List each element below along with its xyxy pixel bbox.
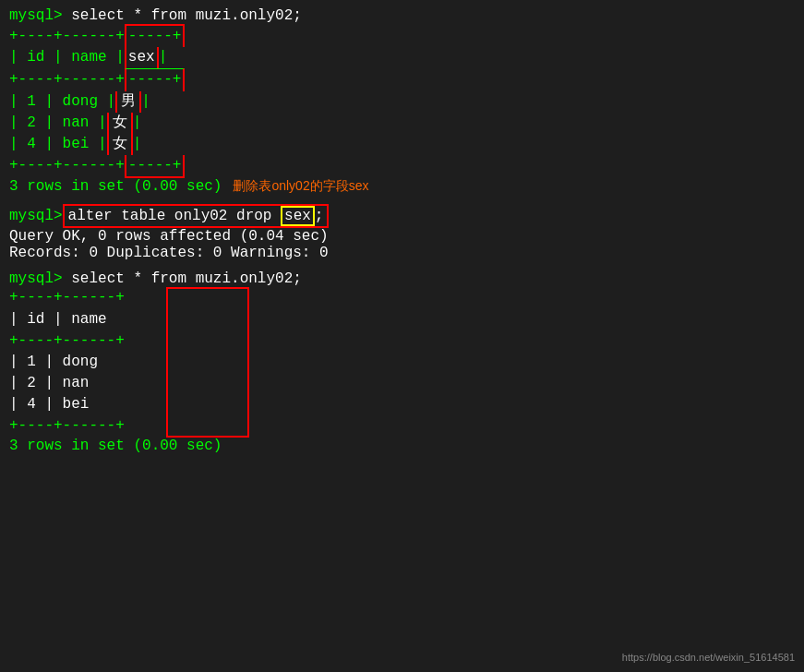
query-line-1: mysql> select * from muzi.only02; [9, 7, 795, 24]
table2-sep2: +----+------+ [9, 330, 125, 352]
result-line-2: 3 rows in set (0.00 sec) [9, 438, 795, 454]
query-line-2: mysql> alter table only02 drop sex; [9, 204, 795, 228]
table2-header: | id | name [9, 309, 125, 330]
table1-sep1: +----+------+-----+ [9, 24, 795, 47]
table2-sep3: +----+------+ [9, 415, 125, 437]
table2-row1: | 1 | dong [9, 352, 125, 373]
sex-sep-bot: -----+ [125, 155, 186, 178]
annotation-text: 删除表only02的字段sex [233, 178, 368, 195]
red-overlay-box [166, 287, 249, 437]
sex-cell-1: 男 [115, 91, 141, 113]
query-rest-1: muzi.only02; [186, 7, 302, 24]
sex-sep-top: -----+ [125, 24, 186, 47]
sex-sep-mid: -----+ [125, 68, 186, 90]
sex-cell-3: 女 [107, 134, 133, 155]
table1-sep2: +----+------+-----+ [9, 68, 795, 90]
result-text-1: 3 rows in set (0.00 sec) [9, 178, 222, 195]
alter-cmd: alter table only02 drop sex; [63, 204, 330, 228]
table1-sep3: +----+------+-----+ [9, 155, 795, 178]
query-line-3: mysql> select * from muzi.only02; [9, 270, 795, 287]
watermark: https://blog.csdn.net/weixin_51614581 [622, 652, 795, 663]
table1: +----+------+-----+ | id | name | sex | … [9, 24, 795, 178]
sex-cell-2: 女 [107, 113, 133, 134]
prompt-1: mysql> [9, 7, 71, 24]
table1-header: | id | name | sex | [9, 47, 795, 68]
table1-row1: | 1 | dong | 男 | [9, 91, 795, 113]
table2-sep1: +----+------+ [9, 287, 125, 308]
terminal-container: mysql> select * from muzi.only02; +----+… [9, 7, 795, 454]
prompt-3: mysql> [9, 270, 71, 287]
table2: +----+------+ | id | name +----+------+ … [9, 287, 125, 437]
result-line-1: 3 rows in set (0.00 sec) 删除表only02的字段sex [9, 178, 795, 195]
query2-result2: Records: 0 Duplicates: 0 Warnings: 0 [9, 245, 795, 261]
query-text-3: select * from muzi.only02; [71, 270, 302, 287]
table1-row3: | 4 | bei | 女 | [9, 134, 795, 155]
query-text-1: select * [71, 7, 150, 24]
prompt-2: mysql> [9, 208, 63, 224]
sex-keyword: sex [281, 206, 315, 226]
table1-row2: | 2 | nan | 女 | [9, 113, 795, 134]
table2-row2: | 2 | nan [9, 373, 125, 394]
from-keyword-1: from [151, 7, 186, 24]
sex-header: sex [125, 47, 159, 68]
query2-result1: Query OK, 0 rows affected (0.04 sec) [9, 228, 795, 245]
table2-row3: | 4 | bei [9, 394, 125, 415]
